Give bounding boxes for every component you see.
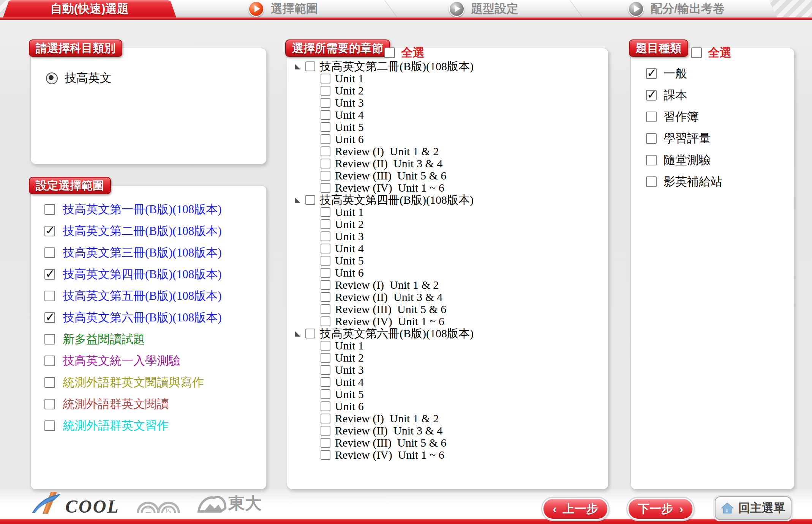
tree-unit-row[interactable]: Unit 1 xyxy=(295,340,474,352)
checkbox[interactable] xyxy=(646,68,657,79)
tree-review-row[interactable]: Review (III) Unit 5 & 6 xyxy=(295,303,474,315)
checkbox[interactable] xyxy=(691,47,702,58)
checkbox[interactable] xyxy=(321,110,330,120)
checkbox[interactable] xyxy=(321,450,330,460)
tree-unit-row[interactable]: Unit 5 xyxy=(295,255,474,267)
checkbox[interactable] xyxy=(321,122,330,132)
back-to-main-menu-button[interactable]: 回主選單 xyxy=(715,496,791,520)
tab-auto-quick-select[interactable]: 自動(快速)選題 xyxy=(3,0,176,17)
tree-review-row[interactable]: Review (III) Unit 5 & 6 xyxy=(295,437,474,449)
type-select-all[interactable]: 全選 xyxy=(691,45,731,61)
checkbox[interactable] xyxy=(321,86,330,96)
tree-review-row[interactable]: Review (II) Unit 3 & 4 xyxy=(295,425,474,437)
checkbox[interactable] xyxy=(321,438,330,448)
range-item[interactable]: 技高英文第二冊(B版)(108版本) xyxy=(44,220,221,242)
tree-review-row[interactable]: Review (I) Unit 1 & 2 xyxy=(295,412,474,425)
checkbox[interactable] xyxy=(44,226,55,236)
checkbox[interactable] xyxy=(44,356,55,366)
checkbox[interactable] xyxy=(321,389,330,399)
tab-question-type-setting[interactable]: 題型設定 xyxy=(391,0,576,17)
checkbox[interactable] xyxy=(321,414,330,423)
checkbox[interactable] xyxy=(646,90,657,101)
checkbox[interactable] xyxy=(305,61,315,71)
checkbox[interactable] xyxy=(321,183,330,193)
range-item[interactable]: 新多益閱讀試題 xyxy=(44,328,221,350)
checkbox[interactable] xyxy=(321,353,330,363)
range-item[interactable]: 統測外語群英文習作 xyxy=(44,415,221,436)
checkbox[interactable] xyxy=(321,280,330,290)
checkbox[interactable] xyxy=(321,146,330,156)
checkbox[interactable] xyxy=(321,341,330,351)
range-item[interactable]: 技高英文統一入學測驗 xyxy=(44,350,221,371)
range-item[interactable]: 技高英文第五冊(B版)(108版本) xyxy=(44,285,221,307)
tree-review-row[interactable]: Review (I) Unit 1 & 2 xyxy=(295,145,474,157)
range-item[interactable]: 技高英文第三冊(B版)(108版本) xyxy=(44,242,221,263)
checkbox[interactable] xyxy=(321,268,330,278)
checkbox[interactable] xyxy=(321,98,330,108)
previous-step-button[interactable]: ‹ 上一步 xyxy=(542,498,608,520)
tree-unit-row[interactable]: Unit 6 xyxy=(295,400,474,412)
checkbox[interactable] xyxy=(646,155,657,165)
checkbox[interactable] xyxy=(321,74,330,83)
checkbox[interactable] xyxy=(321,401,330,411)
checkbox[interactable] xyxy=(321,304,330,314)
checkbox[interactable] xyxy=(44,420,55,431)
tree-unit-row[interactable]: Unit 2 xyxy=(295,352,474,364)
type-item[interactable]: 影英補給站 xyxy=(646,171,722,192)
checkbox[interactable] xyxy=(305,329,315,338)
tree-book-row[interactable]: 技高英文第四冊(B版)(108版本) xyxy=(295,194,474,206)
type-item[interactable]: 習作簿 xyxy=(646,106,722,127)
tree-unit-row[interactable]: Unit 5 xyxy=(295,121,474,133)
range-item[interactable]: 技高英文第一冊(B版)(108版本) xyxy=(44,198,221,220)
checkbox[interactable] xyxy=(321,219,330,229)
checkbox[interactable] xyxy=(44,377,55,388)
checkbox[interactable] xyxy=(44,247,55,258)
checkbox[interactable] xyxy=(44,269,55,280)
checkbox[interactable] xyxy=(321,316,330,326)
checkbox[interactable] xyxy=(646,176,657,187)
checkbox[interactable] xyxy=(321,244,330,253)
tree-review-row[interactable]: Review (I) Unit 1 & 2 xyxy=(295,279,474,291)
checkbox[interactable] xyxy=(646,112,657,122)
checkbox[interactable] xyxy=(321,207,330,217)
checkbox[interactable] xyxy=(321,377,330,387)
subject-option[interactable]: 技高英文 xyxy=(46,70,112,86)
radio-button[interactable] xyxy=(46,72,58,84)
checkbox[interactable] xyxy=(321,231,330,241)
checkbox[interactable] xyxy=(321,365,330,375)
checkbox[interactable] xyxy=(44,399,55,409)
checkbox[interactable] xyxy=(321,426,330,436)
tree-unit-row[interactable]: Unit 1 xyxy=(295,206,474,218)
checkbox[interactable] xyxy=(44,204,55,215)
tree-unit-row[interactable]: Unit 5 xyxy=(295,388,474,400)
checkbox[interactable] xyxy=(321,256,330,266)
tree-unit-row[interactable]: Unit 6 xyxy=(295,267,474,279)
range-item[interactable]: 技高英文第六冊(B版)(108版本) xyxy=(44,307,221,328)
checkbox[interactable] xyxy=(321,171,330,181)
collapse-arrow-icon[interactable] xyxy=(295,197,301,203)
checkbox[interactable] xyxy=(321,292,330,302)
collapse-arrow-icon[interactable] xyxy=(295,330,301,337)
checkbox[interactable] xyxy=(305,195,315,205)
tab-score-output[interactable]: 配分/輸出考卷 xyxy=(576,0,777,17)
tree-review-row[interactable]: Review (II) Unit 3 & 4 xyxy=(295,291,474,303)
tree-unit-row[interactable]: Unit 3 xyxy=(295,230,474,242)
checkbox[interactable] xyxy=(321,159,330,168)
tree-unit-row[interactable]: Unit 3 xyxy=(295,364,474,376)
tree-review-row[interactable]: Review (II) Unit 3 & 4 xyxy=(295,157,474,170)
next-step-button[interactable]: 下一步 › xyxy=(627,498,694,520)
tree-unit-row[interactable]: Unit 4 xyxy=(295,242,474,255)
tree-review-row[interactable]: Review (IV) Unit 1 ~ 6 xyxy=(295,449,474,461)
checkbox[interactable] xyxy=(44,291,55,301)
checkbox[interactable] xyxy=(321,134,330,144)
tab-select-range[interactable]: 選擇範圍 xyxy=(176,0,390,17)
checkbox[interactable] xyxy=(384,47,395,58)
checkbox[interactable] xyxy=(44,312,55,323)
tree-book-row[interactable]: 技高英文第六冊(B版)(108版本) xyxy=(295,327,474,340)
tree-unit-row[interactable]: Unit 4 xyxy=(295,376,474,388)
type-item[interactable]: 一般 xyxy=(646,63,722,84)
tree-unit-row[interactable]: Unit 2 xyxy=(295,218,474,230)
range-item[interactable]: 技高英文第四冊(B版)(108版本) xyxy=(44,263,221,285)
tree-unit-row[interactable]: Unit 4 xyxy=(295,109,474,121)
tree-unit-row[interactable]: Unit 2 xyxy=(295,85,474,97)
